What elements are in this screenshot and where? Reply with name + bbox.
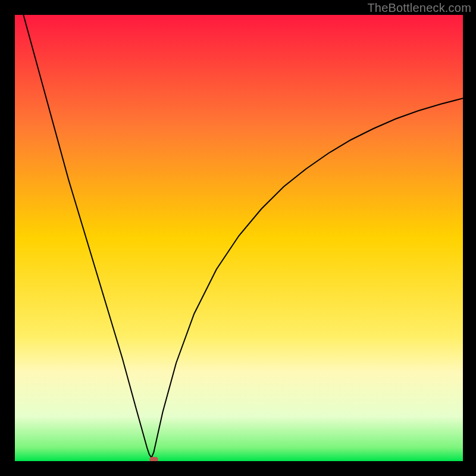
frame-right xyxy=(463,0,476,476)
frame-left xyxy=(0,0,15,476)
chart-container: TheBottleneck.com xyxy=(0,0,476,476)
watermark-text: TheBottleneck.com xyxy=(367,1,471,15)
frame-bottom xyxy=(0,461,476,476)
bottleneck-chart xyxy=(0,0,476,476)
plot-background xyxy=(15,15,463,461)
